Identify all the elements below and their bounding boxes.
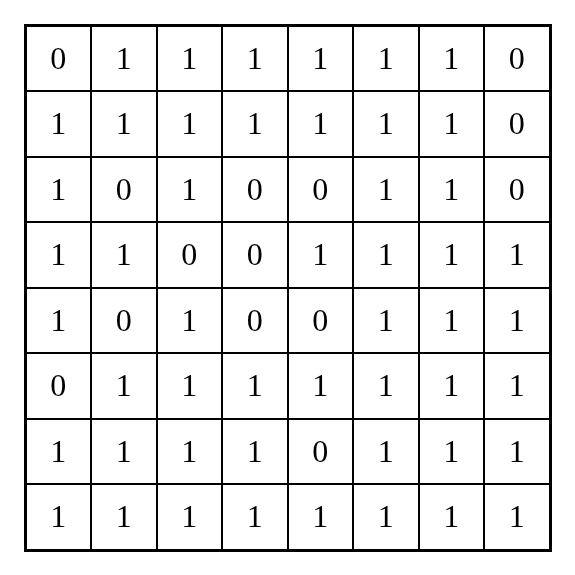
grid-cell: 1: [157, 353, 223, 419]
grid-cell: 1: [419, 91, 485, 157]
grid-cell: 0: [288, 288, 354, 354]
grid-cell: 1: [353, 222, 419, 288]
grid-cell: 1: [91, 353, 157, 419]
grid-cell: 1: [26, 288, 92, 354]
grid-cell: 1: [157, 484, 223, 550]
grid-cell: 1: [26, 222, 92, 288]
grid-cell: 1: [353, 419, 419, 485]
grid-cell: 1: [288, 222, 354, 288]
grid-cell: 0: [26, 26, 92, 92]
grid-cell: 0: [484, 91, 550, 157]
grid-cell: 1: [91, 91, 157, 157]
grid-cell: 1: [419, 484, 485, 550]
grid-cell: 1: [353, 91, 419, 157]
grid-cell: 0: [222, 288, 288, 354]
grid-cell: 1: [419, 419, 485, 485]
grid-cell: 1: [419, 157, 485, 223]
grid-cell: 1: [157, 288, 223, 354]
grid-cell: 1: [222, 484, 288, 550]
grid-cell: 1: [91, 484, 157, 550]
grid-cell: 1: [288, 353, 354, 419]
grid-cell: 1: [484, 288, 550, 354]
grid-cell: 1: [91, 222, 157, 288]
grid-cell: 1: [26, 91, 92, 157]
grid-cell: 1: [419, 26, 485, 92]
grid-cell: 1: [26, 419, 92, 485]
grid-cell: 1: [222, 91, 288, 157]
grid-cell: 1: [288, 484, 354, 550]
grid-cell: 1: [353, 157, 419, 223]
grid-cell: 1: [91, 26, 157, 92]
grid-cell: 1: [157, 26, 223, 92]
grid-cell: 0: [91, 288, 157, 354]
grid-cell: 1: [288, 26, 354, 92]
grid-cell: 1: [157, 91, 223, 157]
grid-cell: 1: [484, 353, 550, 419]
grid-cell: 1: [353, 26, 419, 92]
grid-cell: 0: [484, 157, 550, 223]
grid-cell: 1: [353, 353, 419, 419]
grid-cell: 1: [484, 419, 550, 485]
grid-cell: 1: [157, 157, 223, 223]
grid-cell: 1: [26, 157, 92, 223]
grid-cell: 1: [353, 288, 419, 354]
grid-cell: 1: [288, 91, 354, 157]
grid-cell: 1: [484, 484, 550, 550]
grid-cell: 0: [222, 157, 288, 223]
grid-cell: 1: [419, 353, 485, 419]
grid-cell: 1: [419, 222, 485, 288]
grid-cell: 0: [288, 157, 354, 223]
grid-cell: 1: [222, 26, 288, 92]
grid-cell: 1: [222, 353, 288, 419]
grid-cell: 1: [419, 288, 485, 354]
grid-cell: 1: [91, 419, 157, 485]
grid-cell: 0: [288, 419, 354, 485]
grid-cell: 0: [484, 26, 550, 92]
grid-cell: 0: [222, 222, 288, 288]
grid-cell: 1: [26, 484, 92, 550]
binary-grid: 0 1 1 1 1 1 1 0 1 1 1 1 1 1 1 0 1 0 1 0 …: [24, 24, 552, 552]
grid-cell: 0: [157, 222, 223, 288]
grid-cell: 0: [91, 157, 157, 223]
grid-cell: 1: [222, 419, 288, 485]
grid-cell: 0: [26, 353, 92, 419]
grid-cell: 1: [484, 222, 550, 288]
grid-cell: 1: [353, 484, 419, 550]
grid-cell: 1: [157, 419, 223, 485]
